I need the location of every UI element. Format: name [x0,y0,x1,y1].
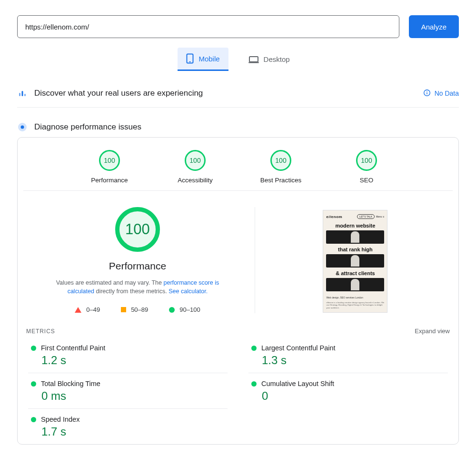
legend-low: 0–49 [75,306,100,313]
performance-description: Values are estimated and may vary. The p… [42,278,233,296]
metric-value: 0 ms [41,389,225,403]
device-tabs: Mobile Desktop [17,48,459,71]
url-input[interactable] [17,15,399,38]
metric-name: Largest Contentful Paint [261,344,336,352]
square-icon [121,307,126,312]
expand-view-link[interactable]: Expand view [415,327,450,335]
preview-subheading: Web design, SEO services London [326,296,384,299]
mobile-icon [186,53,194,64]
metric-name: Speed Index [41,416,79,423]
preview-cta: LET'S TALK [357,214,375,219]
diagnose-title: Diagnose performance issues [34,122,141,132]
users-icon [17,88,28,99]
svg-rect-4 [19,93,20,96]
desktop-icon [248,56,259,63]
triangle-icon [75,307,81,313]
info-icon [423,89,431,98]
tab-mobile[interactable]: Mobile [178,48,228,71]
metric-lcp: Largest Contentful Paint 1.3 s [248,337,448,373]
diagnose-section-header: Diagnose performance issues [17,118,459,137]
svg-rect-3 [248,62,259,63]
metric-value: 1.7 s [41,425,225,438]
preview-body-text: ellenom is a leading creative design age… [326,301,384,310]
big-performance-label: Performance [109,260,166,272]
preview-menu: Menu ≡ [376,215,384,218]
gauge-performance[interactable]: 100 Performance [83,150,136,184]
see-calculator-link[interactable]: See calculator. [169,288,208,295]
gauge-score: 100 [356,150,377,171]
status-dot-icon [31,346,36,351]
page-preview: e//enom LET'S TALK Menu ≡ modern website… [323,210,387,313]
gauge-score: 100 [270,150,291,171]
legend-high: 90–100 [169,306,200,313]
discover-section-header: Discover what your real users are experi… [17,84,459,107]
metric-value: 1.2 s [41,354,225,367]
legend-mid: 50–89 [121,306,148,313]
desc-text: Values are estimated and may vary. The [56,279,164,286]
gauge-label: Best Practices [260,177,301,184]
circle-icon [169,307,175,313]
svg-point-11 [21,126,24,129]
preview-heading-1: modern website [326,223,384,228]
analyze-button[interactable]: Analyze [409,15,459,38]
svg-rect-2 [249,57,258,62]
metric-name: Cumulative Layout Shift [261,380,334,387]
gauge-accessibility[interactable]: 100 Accessibility [169,150,221,184]
legend-label: 50–89 [131,306,148,313]
tab-desktop[interactable]: Desktop [240,48,298,71]
status-dot-icon [251,381,257,387]
svg-rect-1 [189,61,191,62]
score-legend: 0–49 50–89 90–100 [75,306,200,313]
status-dot-icon [251,346,257,351]
diagnose-icon [17,122,28,132]
gauge-score: 100 [185,150,206,171]
performance-summary: 100 Performance Values are estimated and… [24,207,255,313]
score-gauges-row: 100 Performance 100 Accessibility 100 Be… [23,148,453,191]
gauge-label: SEO [360,177,374,184]
gauge-label: Performance [91,177,128,184]
section-divider [17,107,459,108]
legend-label: 0–49 [86,306,100,313]
gauge-seo[interactable]: 100 SEO [340,150,393,184]
no-data-link[interactable]: No Data [423,89,459,98]
metric-name: Total Blocking Time [41,380,100,387]
svg-rect-9 [426,91,427,91]
metric-tbt: Total Blocking Time 0 ms [28,373,228,408]
legend-label: 90–100 [179,306,200,313]
svg-rect-6 [24,94,26,96]
big-performance-gauge: 100 [115,207,160,252]
gauge-score: 100 [99,150,120,171]
metric-value: 0 [262,389,445,403]
gauge-best-practices[interactable]: 100 Best Practices [255,150,307,184]
tab-desktop-label: Desktop [264,55,290,63]
desc-text: directly from these metrics. [94,288,169,295]
gauge-label: Accessibility [178,177,213,184]
metric-si: Speed Index 1.7 s [28,408,228,444]
metric-fcp: First Contentful Paint 1.2 s [28,337,228,373]
status-dot-icon [31,381,36,387]
metric-name: First Contentful Paint [41,344,105,352]
no-data-label: No Data [435,89,459,97]
preview-logo: e//enom [326,215,342,219]
metric-value: 1.3 s [262,354,445,367]
status-dot-icon [31,417,36,422]
tab-mobile-label: Mobile [198,55,219,63]
preview-heading-2: that rank high [326,247,384,252]
diagnose-card: 100 Performance 100 Accessibility 100 Be… [17,137,459,445]
preview-heading-3: & attract clients [326,270,384,276]
metric-cls: Cumulative Layout Shift 0 [248,373,448,408]
metrics-grid: First Contentful Paint 1.2 s Largest Con… [22,337,454,444]
svg-rect-5 [22,91,23,96]
discover-title: Discover what your real users are experi… [34,89,203,98]
metrics-heading: METRICS [26,328,55,335]
svg-rect-8 [426,92,427,94]
